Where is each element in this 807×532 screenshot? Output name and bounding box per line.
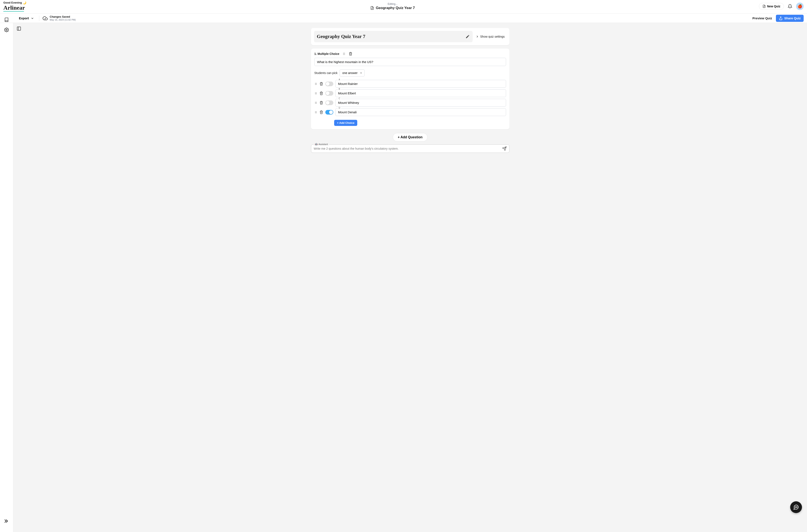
svg-point-19 [316, 84, 316, 85]
share-icon [779, 16, 783, 20]
svg-point-21 [315, 93, 315, 94]
document-icon [370, 6, 374, 10]
preview-quiz-button[interactable]: Preview Quiz [752, 16, 772, 20]
header-left: Good Evening 🌙 Arlinear [3, 1, 26, 12]
correct-answer-toggle[interactable] [325, 100, 333, 105]
cloud-check-icon [43, 16, 48, 21]
correct-answer-toggle[interactable] [325, 110, 333, 115]
share-quiz-button[interactable]: Share Quiz [776, 15, 804, 22]
edit-title-button[interactable] [465, 35, 470, 39]
divider [39, 16, 39, 21]
svg-point-23 [316, 92, 316, 93]
pencil-icon [465, 35, 470, 39]
delete-choice-button[interactable] [320, 91, 323, 95]
robot-icon: 🤖 [315, 143, 318, 146]
drag-handle-icon[interactable] [314, 82, 317, 86]
svg-point-13 [344, 54, 345, 55]
choice-text-input[interactable] [335, 80, 506, 88]
delete-choice-button[interactable] [320, 110, 323, 114]
trash-icon [349, 52, 352, 56]
drag-handle-icon[interactable] [314, 111, 317, 114]
show-settings-label: Show quiz settings [480, 35, 505, 38]
pick-label: Students can pick [314, 71, 338, 75]
apple-icon: 🍎 [798, 4, 802, 8]
svg-point-31 [316, 103, 316, 103]
svg-point-15 [315, 84, 315, 84]
drag-handle-icon[interactable] [314, 92, 317, 95]
question-text-input[interactable] [314, 58, 506, 66]
svg-point-32 [315, 111, 315, 112]
drag-handle-icon[interactable] [314, 101, 317, 104]
add-choice-button[interactable]: + Add Choice [334, 120, 358, 126]
choice-letter: C [338, 97, 341, 100]
choices-container: A B C D [314, 80, 506, 116]
assistant-input[interactable] [314, 147, 500, 150]
svg-point-20 [315, 92, 315, 93]
svg-point-18 [316, 84, 316, 84]
drag-handle-icon[interactable] [342, 52, 346, 56]
notifications-button[interactable] [787, 3, 793, 10]
pick-answer-select[interactable]: one answer [340, 69, 365, 77]
save-time-label: May 16, 2023 (11:02 PM) [50, 19, 76, 21]
assistant-input-row [311, 145, 510, 153]
delete-choice-button[interactable] [320, 82, 323, 86]
question-card: 1. Multiple Choice Students can pick one… [311, 49, 510, 129]
gear-icon[interactable] [4, 27, 9, 32]
toolbar-right: Preview Quiz Share Quiz [752, 15, 804, 22]
assistant-panel: 🤖 Assistant [311, 145, 510, 153]
chevron-down-icon [31, 17, 34, 20]
save-text: Changes Saved May 16, 2023 (11:02 PM) [50, 15, 76, 21]
content: Geography Quiz Year 7 Show quiz settings… [311, 23, 510, 166]
send-icon [502, 146, 507, 151]
svg-point-12 [344, 54, 345, 54]
workspace: Geography Quiz Year 7 Show quiz settings… [13, 23, 807, 532]
header-right: New Quiz 🍎 [759, 2, 804, 10]
correct-answer-toggle[interactable] [325, 81, 333, 86]
choice-row: B [314, 89, 506, 97]
svg-point-10 [343, 54, 344, 55]
svg-point-30 [316, 102, 316, 103]
choice-row: A [314, 80, 506, 88]
choice-input-wrap: A [335, 80, 506, 88]
correct-answer-toggle[interactable] [325, 91, 333, 96]
chat-fab-button[interactable] [790, 501, 802, 513]
delete-question-button[interactable] [349, 52, 352, 56]
editor-toolbar: Export Changes Saved May 16, 2023 (11:02… [0, 14, 807, 23]
choice-row: C [314, 99, 506, 107]
show-quiz-settings-button[interactable]: Show quiz settings [476, 35, 506, 38]
svg-point-40 [795, 507, 795, 507]
quiz-title-card: Geography Quiz Year 7 Show quiz settings [311, 28, 510, 45]
choice-letter: A [338, 78, 341, 81]
expand-rail-button[interactable] [3, 518, 13, 528]
share-label: Share Quiz [784, 16, 801, 20]
choice-letter: B [338, 88, 341, 90]
delete-choice-button[interactable] [320, 101, 323, 105]
svg-point-29 [316, 102, 316, 102]
svg-point-9 [343, 54, 344, 54]
svg-point-4 [6, 29, 7, 31]
svg-point-16 [315, 84, 315, 85]
chevron-right-icon [476, 35, 479, 38]
header-center: Editing... Geography Quiz Year 7 [370, 2, 415, 10]
panel-toggle-button[interactable] [17, 26, 21, 31]
svg-point-37 [316, 113, 316, 113]
document-title: Geography Quiz Year 7 [376, 6, 415, 10]
brand-logo[interactable]: Arlinear [3, 4, 26, 11]
choice-text-input[interactable] [335, 89, 506, 97]
new-quiz-button[interactable]: New Quiz [759, 3, 784, 10]
add-question-button[interactable]: + Add Question [393, 133, 427, 141]
chat-icon [793, 504, 799, 510]
export-button[interactable]: Export [19, 16, 34, 20]
chevron-double-right-icon [3, 518, 9, 524]
svg-point-36 [316, 112, 316, 112]
svg-point-27 [315, 102, 315, 103]
user-avatar[interactable]: 🍎 [796, 2, 804, 10]
export-label: Export [19, 16, 29, 20]
choice-text-input[interactable] [335, 108, 506, 116]
document-plus-icon [763, 5, 766, 8]
assistant-label-text: Assistant [319, 143, 328, 146]
assistant-send-button[interactable] [502, 146, 507, 151]
choice-text-input[interactable] [335, 99, 506, 107]
svg-point-42 [797, 507, 798, 507]
app-header: Good Evening 🌙 Arlinear Editing... Geogr… [0, 0, 807, 14]
